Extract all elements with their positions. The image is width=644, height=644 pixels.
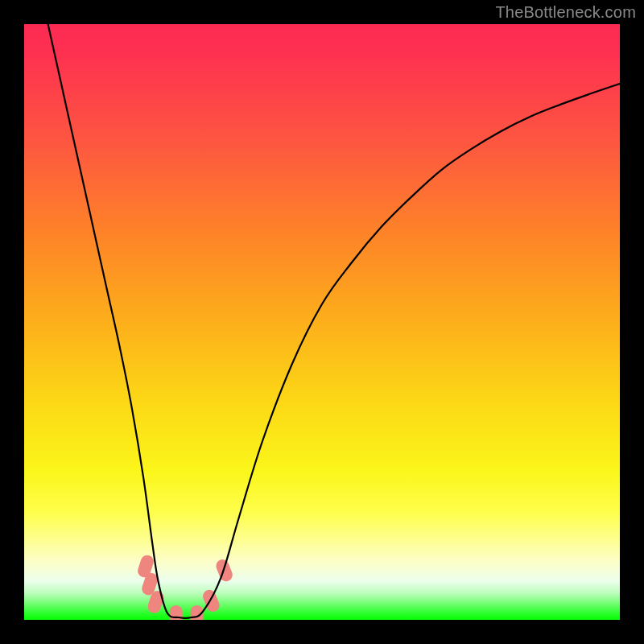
bottleneck-curve	[48, 24, 620, 618]
chart-container: TheBottleneck.com	[0, 0, 644, 644]
chart-svg	[24, 24, 620, 620]
marker-layer	[136, 554, 234, 620]
plot-area	[24, 24, 620, 620]
watermark-text: TheBottleneck.com	[495, 3, 636, 22]
